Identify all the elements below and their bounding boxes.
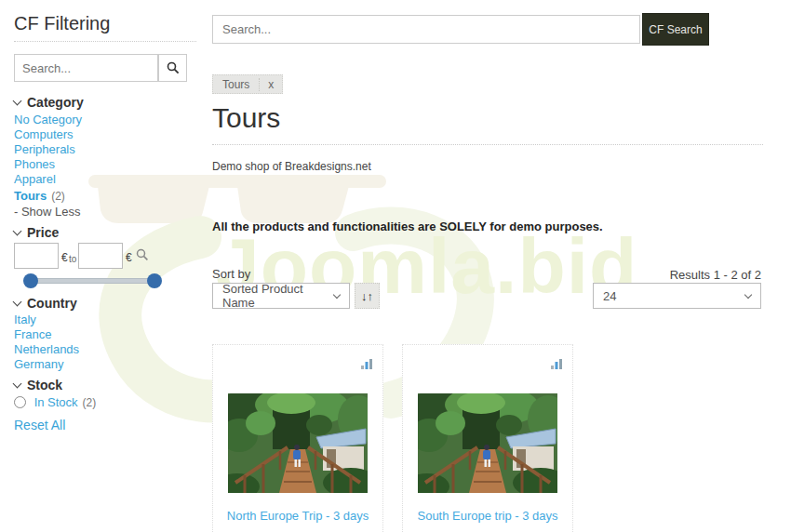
price-search-button[interactable]	[136, 248, 149, 265]
sidebar-search-button[interactable]	[158, 54, 187, 82]
price-slider-handle-min[interactable]	[23, 273, 38, 288]
category-link-apparel[interactable]: Apparel	[14, 172, 56, 186]
reset-all-link[interactable]: Reset All	[14, 418, 65, 432]
sidebar-search-input[interactable]	[14, 54, 158, 82]
price-slider-track[interactable]	[31, 278, 154, 284]
chevron-down-icon	[13, 297, 22, 306]
shop-subtitle: Demo shop of Breakdesigns.net	[212, 160, 371, 173]
product-card: South Europe trip - 3 days	[402, 344, 573, 532]
price-to-label: to	[69, 254, 76, 264]
page-title: Tours	[212, 102, 280, 134]
per-page-select[interactable]: 24	[593, 283, 761, 309]
results-count: Results 1 - 2 of 2	[491, 268, 761, 282]
sidebar-divider	[14, 41, 196, 42]
category-link-computers[interactable]: Computers	[14, 127, 74, 141]
sidebar-title: CF Filtering	[14, 13, 110, 34]
stats-bars-icon	[551, 358, 563, 369]
currency-max-label: €	[126, 251, 132, 264]
main-search-input[interactable]	[212, 15, 640, 44]
country-section-label: Country	[27, 296, 77, 311]
sort-select-value: Sorted Product Name	[222, 282, 334, 310]
price-slider-handle-max[interactable]	[147, 273, 162, 288]
in-stock-count: (2)	[83, 396, 97, 409]
category-link-no-category[interactable]: No Category	[14, 113, 82, 126]
chevron-down-icon	[13, 226, 22, 235]
category-section-header[interactable]: Category	[14, 95, 84, 110]
demo-notice: All the products and functionalities are…	[212, 219, 603, 233]
price-section-header[interactable]: Price	[14, 225, 59, 240]
sort-by-label: Sort by	[212, 267, 250, 281]
chip-close-icon[interactable]: x	[259, 78, 282, 91]
per-page-value: 24	[603, 289, 616, 303]
category-section-label: Category	[27, 95, 84, 110]
stats-bars-icon	[361, 358, 373, 369]
sort-select[interactable]: Sorted Product Name	[212, 283, 350, 309]
product-card: North Europe Trip - 3 days	[212, 344, 383, 532]
in-stock-link[interactable]: In Stock	[34, 395, 78, 409]
price-section-label: Price	[27, 225, 59, 240]
category-link-phones[interactable]: Phones	[14, 157, 55, 171]
category-link-peripherals[interactable]: Peripherals	[14, 142, 75, 156]
filter-chip-label: Tours	[213, 78, 259, 91]
page: Joomla.bid CF Filtering Category No Cate…	[0, 0, 791, 532]
tours-count: (2)	[51, 190, 65, 203]
cf-search-button[interactable]: CF Search	[642, 13, 709, 46]
chevron-down-icon	[13, 379, 22, 388]
product-title-link[interactable]: South Europe trip - 3 days	[403, 509, 572, 523]
product-title-link[interactable]: North Europe Trip - 3 days	[213, 509, 382, 523]
stock-section-header[interactable]: Stock	[14, 378, 62, 392]
currency-min-label: €	[61, 251, 68, 264]
filter-chip-tours[interactable]: Tours x	[212, 74, 283, 94]
in-stock-radio[interactable]	[14, 396, 26, 408]
sort-direction-button[interactable]: ↓↑	[355, 283, 380, 309]
chevron-down-icon	[13, 96, 22, 105]
product-image[interactable]	[418, 393, 557, 493]
country-link-germany[interactable]: Germany	[14, 357, 63, 371]
price-max-input[interactable]	[78, 243, 123, 269]
search-icon	[136, 248, 149, 261]
country-link-netherlands[interactable]: Netherlands	[14, 342, 79, 356]
sort-direction-icon: ↓↑	[361, 289, 373, 303]
country-link-france[interactable]: France	[14, 327, 51, 341]
show-less-link[interactable]: - Show Less	[14, 205, 81, 219]
title-divider	[212, 144, 763, 145]
category-link-tours-selected[interactable]: Tours	[14, 189, 47, 203]
price-min-input[interactable]	[14, 243, 59, 269]
stock-section-label: Stock	[27, 378, 62, 392]
search-icon	[167, 61, 180, 74]
country-link-italy[interactable]: Italy	[14, 313, 36, 326]
product-image[interactable]	[228, 393, 368, 493]
chevron-down-icon	[744, 290, 752, 298]
country-section-header[interactable]: Country	[14, 296, 77, 311]
